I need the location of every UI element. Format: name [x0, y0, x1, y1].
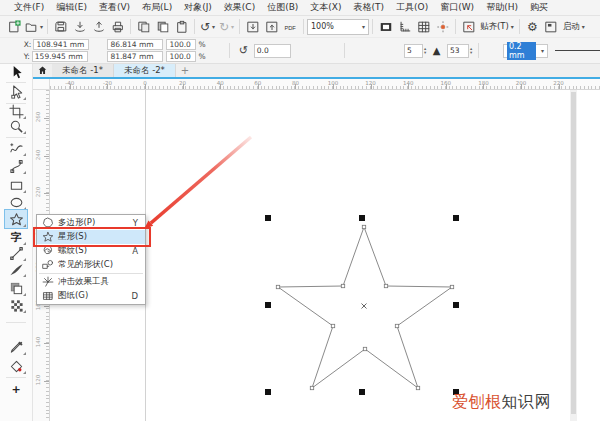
sharpness-spinner[interactable]: 53 ▴▾: [447, 44, 472, 58]
y-position-field[interactable]: 159.945 mm: [32, 51, 88, 62]
eyedropper-tool[interactable]: [5, 338, 27, 356]
download-box-button[interactable]: [244, 18, 261, 36]
zoom-level-select[interactable]: 100%▾: [307, 19, 369, 35]
sharpness-field[interactable]: 53: [447, 44, 469, 58]
launcher-menu-button[interactable]: 启动▾: [563, 21, 585, 33]
menu-item[interactable]: 窗口(W): [434, 1, 480, 14]
chevron-down-icon: ▾: [212, 23, 215, 30]
document-tab[interactable]: 未命名 -1*: [52, 64, 114, 77]
drop-shadow-tool[interactable]: [5, 279, 27, 297]
menu-item[interactable]: 帮助(H): [480, 1, 524, 14]
star-points-field[interactable]: 5: [404, 44, 423, 58]
svg-text:PDF: PDF: [284, 24, 296, 30]
menu-item[interactable]: 表格(T): [348, 1, 391, 14]
scale-v-field[interactable]: 100.0: [166, 51, 196, 62]
snap-to-menu-button[interactable]: 贴齐(T)▾: [480, 21, 514, 33]
home-tab-button[interactable]: [32, 64, 52, 77]
mirror-vertical-button[interactable]: [323, 42, 338, 60]
save-button[interactable]: [52, 18, 69, 36]
complex-star-button[interactable]: [369, 42, 384, 60]
line-style-preview[interactable]: [555, 50, 600, 51]
flyout-item-图纸[interactable]: 图纸(G)D: [37, 289, 145, 303]
ruler-tick: [333, 84, 334, 89]
redo-button[interactable]: ↻▾: [218, 18, 235, 36]
menu-item[interactable]: 布局(L): [136, 1, 178, 14]
toolbox-separator: [6, 322, 26, 323]
toolbar-separator: [303, 19, 304, 34]
new-document-button[interactable]: [5, 18, 22, 36]
bezier-tool[interactable]: [5, 157, 27, 175]
print-button[interactable]: [109, 18, 126, 36]
artistic-media-tool[interactable]: [5, 260, 27, 278]
freehand-tool[interactable]: [5, 139, 27, 157]
chevron-down-icon: ▾: [582, 23, 585, 30]
toolbar-separator: [239, 19, 240, 34]
menu-item[interactable]: 购买: [524, 1, 554, 14]
menu-item[interactable]: 文件(F): [8, 1, 50, 14]
zoom-tool[interactable]: [5, 117, 27, 135]
import-arrow-button[interactable]: [71, 18, 88, 36]
scale-h-field[interactable]: 100.0: [166, 39, 196, 50]
rectangle-tool[interactable]: [5, 176, 27, 194]
flyout-item-冲击效果工具[interactable]: 冲击效果工具: [37, 275, 145, 289]
document-tab-bar: 未命名 -1*未命名 -2* +: [32, 64, 600, 79]
object-width-field[interactable]: 86.814 mm: [107, 39, 163, 50]
import-red-button[interactable]: [460, 18, 477, 36]
chevron-down-icon: ▾: [231, 23, 234, 30]
pick-tool[interactable]: [5, 63, 27, 81]
document-tab[interactable]: 未命名 -2*: [114, 64, 176, 77]
gear-button[interactable]: ⚙: [524, 18, 541, 36]
ruler-minor-ticks: [50, 86, 600, 89]
star-shape-button[interactable]: [351, 42, 366, 60]
customize-toolbox-button[interactable]: +: [5, 380, 27, 398]
star-points-spinner[interactable]: 5 ▴▾: [404, 44, 426, 58]
ruler-tick: [44, 343, 49, 344]
lock-ratio-button[interactable]: [209, 42, 224, 60]
copy-button[interactable]: [135, 18, 152, 36]
menu-item[interactable]: 文本(X): [304, 1, 347, 14]
vertical-scrollbar[interactable]: [570, 90, 577, 421]
menu-item[interactable]: 工具(O): [390, 1, 434, 14]
fullscreen-button[interactable]: [377, 18, 394, 36]
menu-item[interactable]: 编辑(E): [50, 1, 93, 14]
ruler-tick: [521, 84, 522, 89]
object-height-field[interactable]: 81.847 mm: [107, 51, 163, 62]
open-folder-button[interactable]: ▾: [24, 18, 43, 36]
snap-point-button[interactable]: [434, 18, 451, 36]
ellipse-tool[interactable]: [5, 193, 27, 211]
spinner-arrows-icon[interactable]: ▴▾: [424, 47, 426, 55]
rulers-button[interactable]: [396, 18, 413, 36]
shape-tool[interactable]: [5, 83, 27, 101]
undo-button[interactable]: ↺▾: [199, 18, 216, 36]
menu-item[interactable]: 查看(V): [93, 1, 136, 14]
polygon-tool[interactable]: [5, 210, 27, 228]
export-arrow-button[interactable]: [90, 18, 107, 36]
new-document-tab-button[interactable]: +: [176, 64, 194, 77]
scrollbar-thumb[interactable]: [571, 92, 576, 414]
menu-item[interactable]: 对象(J): [178, 1, 218, 14]
upload-box-button[interactable]: [263, 18, 280, 36]
pdf-button[interactable]: PDF: [282, 18, 299, 36]
rotation-angle-field[interactable]: 0.0: [254, 44, 291, 58]
mesh-fill-tool[interactable]: [5, 296, 27, 314]
outline-width-select[interactable]: 0.2 mm ▾: [503, 44, 548, 58]
ruler-tick: [258, 84, 259, 89]
sharpness-icon: ▲: [429, 42, 444, 60]
horizontal-ruler[interactable]: -40-20020406080100120140160180200220: [50, 79, 600, 90]
paste-button[interactable]: [173, 18, 190, 36]
grid-button[interactable]: [415, 18, 432, 36]
interactive-fill-tool[interactable]: [5, 357, 27, 375]
ruler-tick: [371, 84, 372, 89]
menu-item[interactable]: 效果(C): [218, 1, 261, 14]
ruler-tick: [295, 84, 296, 89]
flyout-item-label: 冲击效果工具: [58, 276, 134, 288]
spinner-arrows-icon[interactable]: ▴▾: [470, 47, 472, 55]
ruler-tick: [44, 306, 49, 307]
x-position-field[interactable]: 108.941 mm: [33, 39, 89, 50]
mirror-horizontal-button[interactable]: [306, 42, 321, 60]
ruler-tick: [446, 84, 447, 89]
launcher-button[interactable]: [543, 18, 560, 36]
flyout-item-常见的形状[interactable]: 常见的形状(C): [37, 258, 145, 272]
duplicate-button[interactable]: [154, 18, 171, 36]
menu-item[interactable]: 位图(B): [261, 1, 304, 14]
